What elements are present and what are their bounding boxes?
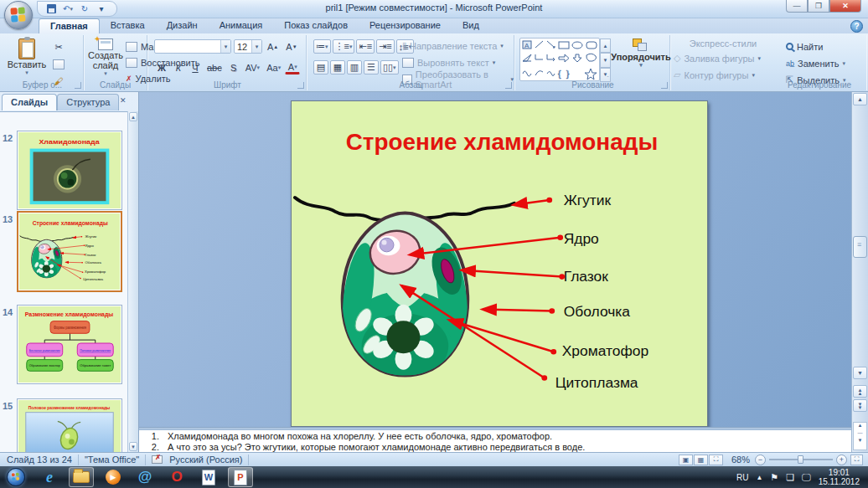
shape-outline-button[interactable]: ▱Контур фигуры▾: [674, 68, 772, 82]
font-dialog-launcher-icon[interactable]: [297, 82, 304, 89]
align-text-button[interactable]: Выровнять текст▾: [402, 55, 514, 69]
underline-button[interactable]: Ч: [188, 60, 203, 74]
slide-counter[interactable]: Слайд 13 из 24: [0, 455, 72, 465]
change-case-button[interactable]: Аа▾: [264, 60, 283, 74]
notes-scroll-down-icon[interactable]: ▼: [854, 438, 866, 445]
thumbnail-slide-12[interactable]: Хламидомонада: [17, 131, 122, 210]
decrease-indent-button[interactable]: ⇤≡: [356, 39, 375, 54]
notes-scrollbar[interactable]: ▲ — ▼: [853, 422, 867, 450]
panel-scroll-down-icon[interactable]: ▼: [129, 442, 137, 451]
language-indicator[interactable]: Русский (Россия): [163, 455, 242, 465]
font-name-combo[interactable]: ▾: [154, 39, 231, 54]
align-center-button[interactable]: ▦: [330, 60, 345, 74]
tab-insert[interactable]: Вставка: [100, 18, 156, 33]
thumbnail-slide-14[interactable]: Размножение хламидомонады Формы размноже…: [17, 305, 122, 384]
zoom-slider[interactable]: [769, 459, 833, 460]
align-left-button[interactable]: ▤: [313, 60, 328, 74]
notes-scroll-up-icon[interactable]: ▲: [854, 423, 866, 430]
columns-button[interactable]: ▯▯▾: [380, 60, 399, 74]
scroll-down-icon[interactable]: ▼: [853, 367, 867, 379]
panel-scrollbar[interactable]: ▲ ▼: [127, 111, 138, 452]
find-button[interactable]: Найти: [786, 39, 845, 54]
increase-indent-button[interactable]: ⇥≡: [376, 39, 395, 54]
office-button[interactable]: [4, 1, 33, 29]
close-button[interactable]: ✕: [829, 0, 861, 13]
grow-font-button[interactable]: А▲: [265, 39, 281, 54]
zoom-level[interactable]: 68%: [723, 455, 755, 465]
thumbnail-slide-13-selected[interactable]: [17, 211, 122, 292]
slideshow-button[interactable]: ⛶: [709, 455, 723, 465]
theme-name[interactable]: "Тема Office": [85, 455, 139, 465]
panel-close-icon[interactable]: ✕: [119, 94, 127, 107]
panel-tab-slides[interactable]: Слайды: [2, 94, 57, 110]
tab-slideshow[interactable]: Показ слайдов: [273, 18, 359, 33]
drawing-dialog-launcher-icon[interactable]: [661, 82, 668, 89]
font-size-combo[interactable]: 12▾: [234, 39, 262, 54]
notes-pane[interactable]: 1. Хламидомонада во многом похожа на хло…: [139, 430, 851, 452]
taskbar-explorer-icon[interactable]: [69, 467, 94, 487]
paragraph-dialog-launcher-icon[interactable]: [505, 82, 512, 89]
help-button[interactable]: ?: [850, 20, 863, 33]
scrollbar-thumb[interactable]: [853, 236, 867, 258]
taskbar-mail-icon[interactable]: @: [132, 467, 158, 487]
previous-slide-button[interactable]: ▲▲: [853, 385, 867, 398]
align-right-button[interactable]: ▥: [347, 60, 362, 74]
note-text-2[interactable]: А что это за усы? Это жгутики, которые п…: [168, 442, 585, 452]
slide-sorter-button[interactable]: ▦: [694, 455, 708, 465]
normal-view-button[interactable]: ▣: [679, 455, 693, 465]
taskbar-ie-icon[interactable]: e: [37, 467, 62, 487]
shapes-gallery[interactable]: A {: [519, 38, 600, 81]
font-color-button[interactable]: А▾: [285, 60, 300, 74]
shape-fill-button[interactable]: ◇Заливка фигуры▾: [674, 51, 772, 65]
notes-scroll-thumb[interactable]: —: [854, 430, 866, 438]
paste-button[interactable]: Вставить▾: [8, 39, 45, 76]
taskbar-opera-icon[interactable]: O: [164, 467, 189, 487]
next-slide-button[interactable]: ▼▼: [853, 399, 867, 412]
bold-button[interactable]: Ж: [154, 60, 169, 74]
quick-styles-button[interactable]: Экспресс-стили: [674, 39, 772, 49]
tab-design[interactable]: Дизайн: [156, 18, 209, 33]
tray-power-icon[interactable]: ❏: [786, 472, 794, 483]
taskbar-powerpoint-icon-active[interactable]: P: [228, 467, 253, 487]
panel-scroll-up-icon[interactable]: ▲: [129, 112, 137, 121]
numbering-button[interactable]: ⋮≡▾: [333, 39, 355, 54]
tab-home[interactable]: Главная: [39, 18, 100, 33]
panel-tab-outline[interactable]: Структура: [57, 94, 119, 110]
char-spacing-button[interactable]: AV▾: [243, 60, 262, 74]
note-text-1[interactable]: Хламидомонада во многом похожа на хлорел…: [168, 431, 552, 442]
cut-button[interactable]: ✂: [50, 40, 67, 54]
zoom-in-button[interactable]: +: [836, 455, 847, 465]
tab-view[interactable]: Вид: [452, 18, 490, 33]
tray-language[interactable]: RU: [736, 473, 748, 482]
tray-clock[interactable]: 19:01 15.11.2012: [819, 468, 860, 486]
arrange-button[interactable]: Упорядочить▾: [615, 39, 667, 69]
text-direction-button[interactable]: ⫵Направление текста▾: [402, 39, 514, 53]
start-button[interactable]: [7, 468, 25, 486]
text-shadow-button[interactable]: S: [226, 60, 241, 74]
spellcheck-icon[interactable]: [152, 455, 163, 464]
restore-button[interactable]: ❐: [808, 0, 829, 13]
thumbnail-slide-15[interactable]: Половое размножение хламидомонады Образо…: [17, 398, 122, 452]
tab-review[interactable]: Рецензирование: [359, 18, 452, 33]
taskbar-word-icon[interactable]: W: [196, 467, 221, 487]
new-slide-button[interactable]: ✦ Создать слайд▾: [85, 39, 126, 77]
strikethrough-button[interactable]: abc: [204, 60, 225, 74]
justify-button[interactable]: ☰: [364, 60, 379, 74]
fit-to-window-button[interactable]: ⛶: [850, 455, 863, 465]
shrink-font-button[interactable]: А▼: [283, 39, 299, 54]
tray-network-icon[interactable]: 🖵: [802, 472, 811, 483]
vertical-scrollbar[interactable]: ▲ ▼ ▲▲ ▼▼ ▲ — ▼: [851, 92, 868, 452]
bullets-button[interactable]: ≔▾: [313, 39, 331, 54]
minimize-button[interactable]: —: [786, 0, 808, 13]
shapes-gallery-scroll[interactable]: ▲▼▼̱: [600, 39, 611, 82]
zoom-out-button[interactable]: −: [755, 455, 766, 465]
slide-canvas[interactable]: [291, 100, 708, 427]
italic-button[interactable]: К: [171, 60, 186, 74]
tab-animation[interactable]: Анимация: [209, 18, 274, 33]
scroll-up-icon[interactable]: ▲: [853, 93, 867, 105]
replace-button[interactable]: ab̲Заменить▾: [786, 56, 845, 70]
zoom-slider-thumb[interactable]: [798, 455, 803, 464]
copy-button[interactable]: [50, 57, 67, 71]
clipboard-dialog-launcher-icon[interactable]: [75, 82, 81, 89]
tray-action-center-icon[interactable]: ⚑: [770, 472, 778, 483]
